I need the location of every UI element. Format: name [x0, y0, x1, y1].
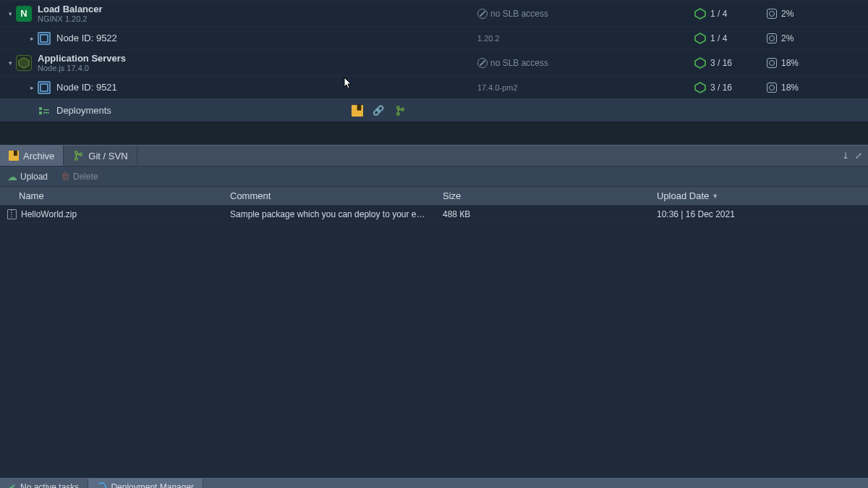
tab-label: Archive — [23, 151, 54, 161]
node-label: Node ID: 9522 — [56, 33, 117, 43]
expand-arrow-icon[interactable]: ▸ — [26, 84, 38, 91]
archive-icon: ▝ — [9, 151, 19, 161]
hexagon-icon — [694, 82, 706, 93]
tab-git-svn[interactable]: Git / SVN — [64, 146, 137, 166]
mem-text: 2% — [781, 33, 793, 43]
cpu-text: 3 / 16 — [710, 83, 732, 93]
deploy-url-button[interactable]: 🔗 — [372, 104, 385, 117]
cell-name: HelloWorld.zip — [21, 209, 77, 219]
deployment-manager-button[interactable]: Deployment Manager — [88, 479, 203, 488]
expand-arrow-icon[interactable]: ▸ — [26, 35, 38, 42]
mem-text: 18% — [781, 83, 799, 93]
group-subtitle: NGINX 1.20.2 — [38, 14, 103, 23]
disk-icon — [767, 9, 777, 19]
svg-marker-0 — [695, 9, 705, 19]
nodejs-icon — [16, 55, 32, 71]
archive-empty-area — [0, 223, 868, 478]
svg-marker-2 — [19, 57, 29, 67]
nginx-icon: N — [16, 6, 32, 22]
node-version: 1.20.2 — [477, 34, 500, 43]
deploy-git-button[interactable] — [393, 104, 407, 117]
manager-label: Deployment Manager — [111, 482, 194, 489]
spinner-icon — [97, 482, 106, 488]
tasks-status[interactable]: ✔ No active tasks — [0, 479, 88, 488]
deployment-tabs: ▝ Archive Git / SVN ⤓ ⤢ — [0, 145, 868, 167]
node-version: 17.4.0-pm2 — [477, 83, 518, 92]
mem-text: 2% — [781, 9, 793, 19]
svg-rect-7 — [43, 109, 49, 111]
deployments-row[interactable]: Deployments ▝ 🔗 — [0, 98, 868, 122]
button-label: Upload — [20, 172, 48, 182]
expand-icon[interactable]: ⤢ — [855, 151, 862, 161]
group-load-balancer[interactable]: ▾ N Load Balancer NGINX 1.20.2 no SLB ac… — [0, 0, 868, 26]
deployments-label: Deployments — [56, 105, 111, 116]
cell-date: 10:36 | 16 Dec 2021 — [650, 209, 868, 219]
node-9522[interactable]: ▸ Node ID: 9522 1.20.2 1 / 4 2% — [0, 26, 868, 49]
environment-tree: ▾ N Load Balancer NGINX 1.20.2 no SLB ac… — [0, 0, 868, 122]
svg-rect-5 — [39, 107, 42, 110]
expand-arrow-icon[interactable]: ▾ — [4, 59, 16, 67]
svg-marker-4 — [695, 83, 705, 93]
node-label: Node ID: 9521 — [56, 82, 117, 93]
disk-icon — [767, 33, 777, 43]
status-text: no SLB access — [490, 9, 548, 19]
status-text: no SLB access — [490, 58, 548, 68]
svg-point-9 — [397, 106, 400, 109]
tasks-label: No active tasks — [20, 482, 79, 489]
denied-icon — [477, 58, 488, 68]
svg-point-10 — [397, 112, 400, 115]
hexagon-icon — [694, 8, 706, 20]
hexagon-icon — [694, 33, 706, 44]
deploy-actions: ▝ 🔗 — [352, 104, 407, 117]
deploy-icon — [38, 104, 51, 117]
cloud-upload-icon: ☁ — [7, 171, 17, 182]
svg-point-14 — [80, 153, 82, 156]
mem-text: 18% — [781, 58, 799, 68]
archive-toolbar: ☁ Upload 🗑 Delete — [0, 167, 868, 187]
tab-archive[interactable]: ▝ Archive — [0, 146, 64, 166]
panel-gap — [0, 122, 868, 145]
deploy-archive-button[interactable]: ▝ — [352, 105, 363, 117]
check-icon: ✔ — [9, 482, 16, 489]
disk-icon — [767, 58, 777, 68]
zip-file-icon — [7, 209, 17, 219]
delete-button[interactable]: 🗑 Delete — [61, 171, 98, 182]
download-icon[interactable]: ⤓ — [842, 151, 849, 161]
tab-label: Git / SVN — [88, 151, 127, 161]
button-label: Delete — [73, 172, 98, 182]
col-upload-date[interactable]: Upload Date ▼ — [650, 190, 868, 201]
archive-table-body: HelloWorld.zip Sample package which you … — [0, 206, 868, 478]
group-app-servers[interactable]: ▾ Application Servers Node.js 17.4.0 no … — [0, 49, 868, 75]
col-name[interactable]: Name — [0, 190, 223, 201]
node-9521[interactable]: ▸ Node ID: 9521 17.4.0-pm2 3 / 16 18% — [0, 75, 868, 98]
svg-point-12 — [75, 151, 78, 154]
cpu-text: 1 / 4 — [710, 9, 727, 19]
branch-icon — [72, 150, 84, 161]
no-slb-access-badge: no SLB access — [477, 9, 548, 19]
svg-rect-8 — [43, 112, 49, 114]
svg-marker-1 — [695, 33, 705, 43]
svg-marker-3 — [695, 58, 705, 68]
no-slb-access-badge: no SLB access — [477, 58, 548, 68]
group-title: Application Servers — [38, 53, 126, 64]
table-row[interactable]: HelloWorld.zip Sample package which you … — [0, 206, 868, 223]
col-comment[interactable]: Comment — [223, 190, 435, 201]
group-title: Load Balancer — [38, 4, 103, 14]
bottom-bar: ✔ No active tasks Deployment Manager — [0, 478, 868, 488]
hexagon-icon — [694, 57, 706, 69]
archive-table-header: Name Comment Size Upload Date ▼ — [0, 187, 868, 206]
upload-button[interactable]: ☁ Upload — [7, 171, 48, 182]
svg-rect-6 — [39, 112, 42, 114]
node-icon — [38, 81, 51, 94]
col-size[interactable]: Size — [435, 190, 650, 201]
svg-point-11 — [401, 108, 404, 111]
group-subtitle: Node.js 17.4.0 — [38, 64, 126, 72]
trash-icon: 🗑 — [61, 171, 70, 182]
node-icon — [38, 32, 51, 45]
cpu-text: 3 / 16 — [710, 58, 732, 68]
disk-icon — [767, 83, 777, 93]
cpu-text: 1 / 4 — [710, 33, 727, 43]
cell-size: 488 КВ — [435, 209, 650, 219]
expand-arrow-icon[interactable]: ▾ — [4, 10, 16, 17]
cell-comment: Sample package which you can deploy to y… — [223, 209, 435, 219]
